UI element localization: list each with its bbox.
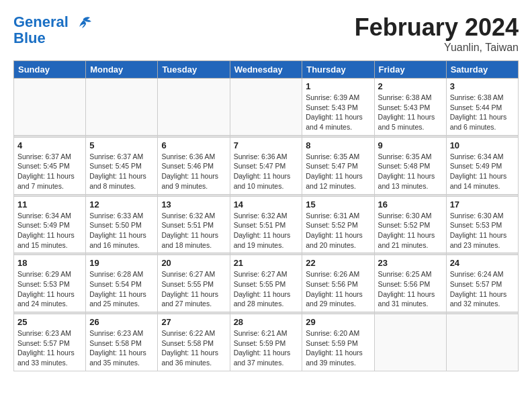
- day-number: 25: [17, 317, 82, 327]
- col-saturday: Saturday: [446, 61, 518, 79]
- day-info: Sunrise: 6:35 AM Sunset: 5:47 PM Dayligh…: [306, 152, 370, 191]
- col-thursday: Thursday: [302, 61, 374, 79]
- table-row: 28Sunrise: 6:21 AM Sunset: 5:59 PM Dayli…: [230, 314, 302, 371]
- day-number: 28: [234, 317, 299, 327]
- day-number: 26: [89, 317, 154, 327]
- table-row: 6Sunrise: 6:36 AM Sunset: 5:46 PM Daylig…: [158, 137, 230, 194]
- day-number: 16: [378, 199, 443, 210]
- day-info: Sunrise: 6:28 AM Sunset: 5:54 PM Dayligh…: [89, 269, 154, 309]
- table-row: 1Sunrise: 6:39 AM Sunset: 5:43 PM Daylig…: [302, 79, 374, 136]
- day-info: Sunrise: 6:27 AM Sunset: 5:55 PM Dayligh…: [161, 269, 226, 309]
- table-row: 16Sunrise: 6:30 AM Sunset: 5:52 PM Dayli…: [374, 196, 446, 253]
- table-row: 9Sunrise: 6:35 AM Sunset: 5:48 PM Daylig…: [374, 137, 446, 194]
- table-row: 20Sunrise: 6:27 AM Sunset: 5:55 PM Dayli…: [158, 255, 230, 312]
- day-info: Sunrise: 6:22 AM Sunset: 5:58 PM Dayligh…: [161, 328, 226, 368]
- table-row: [86, 79, 158, 136]
- table-row: 3Sunrise: 6:38 AM Sunset: 5:44 PM Daylig…: [446, 79, 518, 136]
- table-row: 7Sunrise: 6:36 AM Sunset: 5:47 PM Daylig…: [230, 137, 302, 194]
- table-row: [446, 314, 518, 371]
- day-info: Sunrise: 6:34 AM Sunset: 5:49 PM Dayligh…: [17, 211, 82, 250]
- calendar-week-row: 18Sunrise: 6:29 AM Sunset: 5:53 PM Dayli…: [14, 255, 519, 312]
- day-info: Sunrise: 6:21 AM Sunset: 5:59 PM Dayligh…: [234, 328, 299, 368]
- table-row: 17Sunrise: 6:30 AM Sunset: 5:53 PM Dayli…: [446, 196, 518, 253]
- day-info: Sunrise: 6:39 AM Sunset: 5:43 PM Dayligh…: [306, 93, 370, 132]
- day-number: 4: [17, 140, 82, 150]
- day-info: Sunrise: 6:33 AM Sunset: 5:50 PM Dayligh…: [89, 211, 154, 250]
- day-number: 21: [234, 258, 299, 268]
- day-number: 15: [306, 199, 370, 210]
- day-info: Sunrise: 6:27 AM Sunset: 5:55 PM Dayligh…: [234, 269, 299, 309]
- table-row: 29Sunrise: 6:20 AM Sunset: 5:59 PM Dayli…: [302, 314, 374, 371]
- day-info: Sunrise: 6:34 AM Sunset: 5:49 PM Dayligh…: [450, 152, 515, 191]
- table-row: 8Sunrise: 6:35 AM Sunset: 5:47 PM Daylig…: [302, 137, 374, 194]
- day-number: 10: [450, 140, 515, 150]
- day-number: 1: [306, 81, 370, 91]
- title-area: February 2024 Yuanlin, Taiwan: [355, 13, 519, 54]
- table-row: 21Sunrise: 6:27 AM Sunset: 5:55 PM Dayli…: [230, 255, 302, 312]
- day-info: Sunrise: 6:31 AM Sunset: 5:52 PM Dayligh…: [306, 211, 370, 250]
- day-number: 5: [89, 140, 154, 150]
- table-row: 26Sunrise: 6:23 AM Sunset: 5:58 PM Dayli…: [86, 314, 158, 371]
- col-sunday: Sunday: [14, 61, 86, 79]
- table-row: 24Sunrise: 6:24 AM Sunset: 5:57 PM Dayli…: [446, 255, 518, 312]
- day-info: Sunrise: 6:20 AM Sunset: 5:59 PM Dayligh…: [306, 328, 370, 368]
- day-info: Sunrise: 6:30 AM Sunset: 5:53 PM Dayligh…: [450, 211, 515, 250]
- day-info: Sunrise: 6:26 AM Sunset: 5:56 PM Dayligh…: [306, 269, 370, 309]
- day-number: 19: [89, 258, 154, 268]
- table-row: 2Sunrise: 6:38 AM Sunset: 5:43 PM Daylig…: [374, 79, 446, 136]
- calendar-week-row: 1Sunrise: 6:39 AM Sunset: 5:43 PM Daylig…: [14, 79, 519, 136]
- table-row: 27Sunrise: 6:22 AM Sunset: 5:58 PM Dayli…: [158, 314, 230, 371]
- day-info: Sunrise: 6:38 AM Sunset: 5:44 PM Dayligh…: [450, 93, 515, 132]
- table-row: 11Sunrise: 6:34 AM Sunset: 5:49 PM Dayli…: [14, 196, 86, 253]
- table-row: 18Sunrise: 6:29 AM Sunset: 5:53 PM Dayli…: [14, 255, 86, 312]
- table-row: 25Sunrise: 6:23 AM Sunset: 5:57 PM Dayli…: [14, 314, 86, 371]
- page-header: General Blue February 2024 Yuanlin, Taiw…: [13, 13, 519, 54]
- day-number: 9: [378, 140, 443, 150]
- table-row: [374, 314, 446, 371]
- location-subtitle: Yuanlin, Taiwan: [355, 42, 519, 54]
- col-monday: Monday: [86, 61, 158, 79]
- day-number: 3: [450, 81, 515, 91]
- day-number: 18: [17, 258, 82, 268]
- calendar-week-row: 25Sunrise: 6:23 AM Sunset: 5:57 PM Dayli…: [14, 314, 519, 371]
- day-info: Sunrise: 6:29 AM Sunset: 5:53 PM Dayligh…: [17, 269, 82, 309]
- day-number: 11: [17, 199, 82, 210]
- month-title: February 2024: [355, 13, 519, 42]
- day-number: 17: [450, 199, 515, 210]
- logo: General Blue: [13, 13, 93, 47]
- day-info: Sunrise: 6:23 AM Sunset: 5:57 PM Dayligh…: [17, 328, 82, 368]
- table-row: 14Sunrise: 6:32 AM Sunset: 5:51 PM Dayli…: [230, 196, 302, 253]
- day-info: Sunrise: 6:37 AM Sunset: 5:45 PM Dayligh…: [17, 152, 82, 191]
- table-row: 23Sunrise: 6:25 AM Sunset: 5:56 PM Dayli…: [374, 255, 446, 312]
- day-info: Sunrise: 6:36 AM Sunset: 5:46 PM Dayligh…: [161, 152, 226, 191]
- calendar-week-row: 11Sunrise: 6:34 AM Sunset: 5:49 PM Dayli…: [14, 196, 519, 253]
- col-wednesday: Wednesday: [230, 61, 302, 79]
- day-info: Sunrise: 6:36 AM Sunset: 5:47 PM Dayligh…: [234, 152, 299, 191]
- day-number: 12: [89, 199, 154, 210]
- day-number: 8: [306, 140, 370, 150]
- day-info: Sunrise: 6:32 AM Sunset: 5:51 PM Dayligh…: [161, 211, 226, 250]
- day-number: 14: [234, 199, 299, 210]
- day-number: 22: [306, 258, 370, 268]
- table-row: 13Sunrise: 6:32 AM Sunset: 5:51 PM Dayli…: [158, 196, 230, 253]
- table-row: 4Sunrise: 6:37 AM Sunset: 5:45 PM Daylig…: [14, 137, 86, 194]
- table-row: 10Sunrise: 6:34 AM Sunset: 5:49 PM Dayli…: [446, 137, 518, 194]
- day-info: Sunrise: 6:25 AM Sunset: 5:56 PM Dayligh…: [378, 269, 443, 309]
- table-row: 22Sunrise: 6:26 AM Sunset: 5:56 PM Dayli…: [302, 255, 374, 312]
- day-number: 29: [306, 317, 370, 327]
- logo-bird-icon: [74, 13, 93, 32]
- col-friday: Friday: [374, 61, 446, 79]
- day-number: 13: [161, 199, 226, 210]
- table-row: [158, 79, 230, 136]
- day-number: 24: [450, 258, 515, 268]
- day-info: Sunrise: 6:38 AM Sunset: 5:43 PM Dayligh…: [378, 93, 443, 132]
- day-number: 2: [378, 81, 443, 91]
- day-number: 6: [161, 140, 226, 150]
- day-number: 20: [161, 258, 226, 268]
- calendar-table: Sunday Monday Tuesday Wednesday Thursday…: [13, 60, 519, 371]
- table-row: [230, 79, 302, 136]
- day-number: 27: [161, 317, 226, 327]
- day-info: Sunrise: 6:32 AM Sunset: 5:51 PM Dayligh…: [234, 211, 299, 250]
- table-row: 19Sunrise: 6:28 AM Sunset: 5:54 PM Dayli…: [86, 255, 158, 312]
- day-info: Sunrise: 6:24 AM Sunset: 5:57 PM Dayligh…: [450, 269, 515, 309]
